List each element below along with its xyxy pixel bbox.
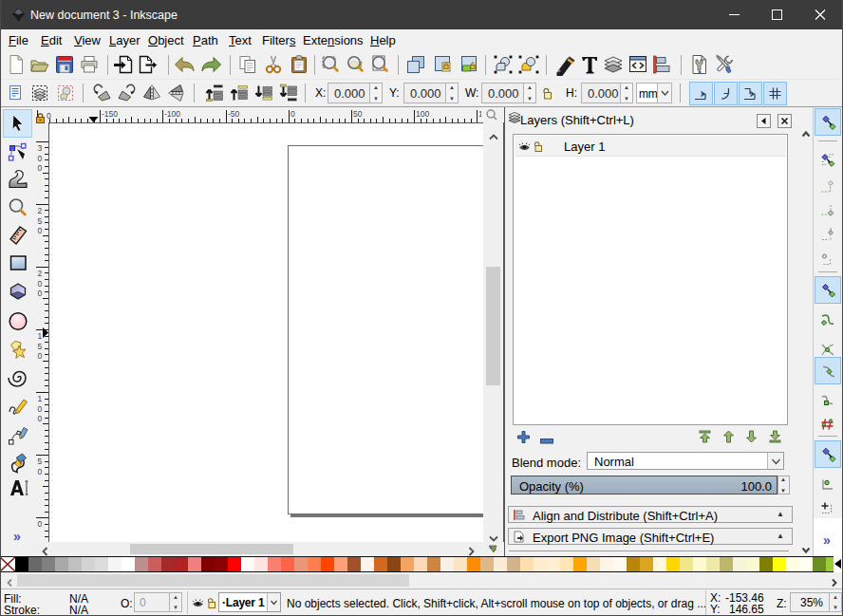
svg-text:0: 0: [38, 404, 43, 414]
svg-text:0: 0: [38, 226, 43, 235]
svg-text:5: 5: [38, 216, 43, 226]
svg-text:5: 5: [38, 342, 43, 351]
svg-text:1: 1: [38, 394, 43, 403]
svg-text:0: 0: [38, 279, 43, 289]
svg-text:0: 0: [38, 467, 43, 476]
svg-text:0: 0: [38, 154, 43, 163]
svg-text:3: 3: [38, 143, 43, 153]
svg-text:0: 0: [290, 109, 295, 119]
svg-text:0: 0: [38, 351, 43, 361]
svg-text:100: 100: [416, 109, 429, 119]
svg-text:0: 0: [38, 289, 43, 298]
svg-text:2: 2: [38, 269, 43, 278]
svg-text:2: 2: [38, 206, 43, 215]
svg-text:50: 50: [353, 109, 363, 119]
svg-text:-100: -100: [164, 109, 180, 119]
svg-text:-150: -150: [102, 109, 118, 119]
svg-text:0: 0: [38, 519, 43, 529]
svg-text:0: 0: [38, 414, 43, 423]
svg-text:-50: -50: [228, 109, 240, 119]
svg-text:1: 1: [38, 331, 43, 341]
svg-text:0: 0: [38, 163, 43, 173]
svg-text:5: 5: [38, 457, 43, 466]
